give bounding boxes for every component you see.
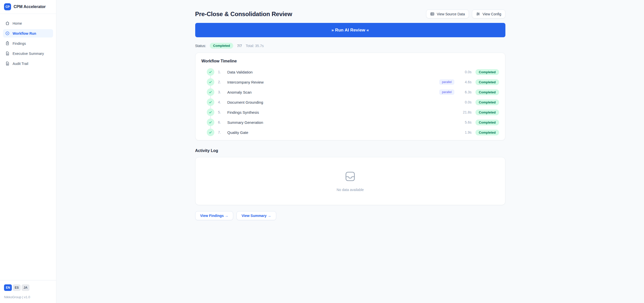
timeline-step: 3. Anomaly Scan parallel 6.3s Completed [202, 87, 499, 97]
sidebar-nav: Home Workflow Run Findings Executive Sum… [0, 14, 56, 75]
sidebar-item-label: Home [13, 21, 22, 25]
header-actions: View Source Data View Config [426, 10, 505, 18]
clipboard-check-icon [5, 41, 10, 46]
step-duration: 4.6s [458, 80, 471, 84]
timeline-step: 6. Summary Generation 5.6s Completed [202, 117, 499, 127]
lang-button-es[interactable]: ES [13, 284, 21, 291]
parallel-badge: parallel [439, 89, 455, 95]
sidebar-item-label: Audit Trail [13, 62, 28, 66]
step-name: Quality Gate [227, 130, 459, 135]
footer-actions: View Findings → View Summary → [195, 211, 505, 220]
step-status-badge: Completed [475, 99, 499, 105]
timeline-step: 1. Data Validation 0.0s Completed [202, 67, 499, 77]
sidebar-item-label: Findings [13, 42, 26, 46]
lang-button-en[interactable]: EN [4, 284, 12, 291]
app-logo: CP [4, 3, 11, 10]
step-number: 7. [218, 130, 224, 134]
page-header: Pre-Close & Consolidation Review View So… [195, 10, 505, 18]
status-badge: Completed [210, 43, 233, 49]
timeline-step: 4. Document Grounding 0.0s Completed [202, 97, 499, 107]
doc-chart-icon [5, 51, 10, 56]
sidebar-footer: ENESJA NikkoGroup | v1.0 [0, 280, 56, 303]
step-number: 2. [218, 80, 224, 84]
page-title: Pre-Close & Consolidation Review [195, 11, 292, 18]
check-icon [207, 108, 214, 116]
lang-button-ja[interactable]: JA [22, 284, 29, 291]
language-switcher: ENESJA [4, 284, 52, 291]
table-icon [430, 12, 434, 16]
view-config-button[interactable]: View Config [472, 10, 505, 18]
timeline-step: 5. Findings Synthesis 21.8s Completed [202, 107, 499, 117]
timeline-step: 7. Quality Gate 1.9s Completed [202, 127, 499, 137]
check-icon [207, 129, 214, 136]
step-name: Summary Generation [227, 120, 459, 125]
step-number: 4. [218, 100, 224, 104]
status-row: Status: Completed 7/7 Total: 35.7s [195, 43, 505, 49]
view-findings-button[interactable]: View Findings → [195, 211, 233, 220]
step-duration: 1.9s [458, 130, 471, 134]
step-status-badge: Completed [475, 130, 499, 135]
sliders-icon [476, 12, 480, 16]
inbox-icon [344, 171, 356, 183]
step-duration: 0.0s [458, 100, 471, 104]
sidebar-item-executive-summary[interactable]: Executive Summary [3, 49, 53, 58]
doc-lines-icon [5, 61, 10, 66]
content-container: Pre-Close & Consolidation Review View So… [195, 0, 505, 220]
status-progress: 7/7 [237, 44, 242, 48]
view-source-data-label: View Source Data [437, 12, 465, 16]
sidebar-item-label: Workflow Run [13, 31, 36, 35]
step-duration: 21.8s [458, 110, 471, 114]
step-name: Findings Synthesis [227, 110, 459, 115]
check-icon [207, 98, 214, 106]
check-icon [207, 88, 214, 96]
parallel-badge: parallel [439, 79, 455, 85]
status-label: Status: [195, 44, 206, 48]
app-root: CP CPM Accelerator Home Workflow Run Fin… [0, 0, 644, 303]
step-duration: 0.0s [458, 70, 471, 74]
step-name: Anomaly Scan [227, 90, 439, 94]
step-name: Data Validation [227, 70, 459, 74]
run-ai-review-button[interactable]: » Run AI Review « [195, 23, 505, 37]
check-icon [207, 78, 214, 86]
step-status-badge: Completed [475, 120, 499, 125]
check-icon [207, 119, 214, 126]
step-status-badge: Completed [475, 89, 499, 95]
step-status-badge: Completed [475, 79, 499, 85]
app-version: NikkoGroup | v1.0 [4, 295, 52, 299]
step-duration: 6.3s [458, 90, 471, 94]
sidebar-item-workflow-run[interactable]: Workflow Run [3, 29, 53, 37]
timeline-steps: 1. Data Validation 0.0s Completed 2. Int… [202, 67, 499, 137]
status-total-time: Total: 35.7s [246, 44, 264, 48]
check-icon [207, 68, 214, 76]
workflow-timeline-card: Workflow Timeline 1. Data Validation 0.0… [195, 53, 505, 140]
app-title: CPM Accelerator [14, 5, 46, 9]
empty-state: No data available [337, 171, 364, 192]
activity-log-title: Activity Log [195, 148, 505, 153]
step-name: Intercompany Review [227, 80, 439, 84]
step-number: 1. [218, 70, 224, 74]
sidebar-item-home[interactable]: Home [3, 19, 53, 27]
view-source-data-button[interactable]: View Source Data [426, 10, 469, 18]
step-status-badge: Completed [475, 109, 499, 115]
brand: CP CPM Accelerator [0, 0, 56, 14]
main-area: Pre-Close & Consolidation Review View So… [56, 0, 644, 303]
view-config-label: View Config [482, 12, 501, 16]
step-number: 3. [218, 90, 224, 94]
step-number: 6. [218, 120, 224, 124]
sidebar-item-audit-trail[interactable]: Audit Trail [3, 59, 53, 68]
play-circle-icon [5, 31, 10, 35]
empty-state-text: No data available [337, 188, 364, 192]
step-name: Document Grounding [227, 100, 459, 104]
sidebar-item-label: Executive Summary [13, 52, 44, 56]
sidebar-item-findings[interactable]: Findings [3, 39, 53, 48]
step-status-badge: Completed [475, 69, 499, 75]
home-icon [5, 21, 10, 25]
activity-log-card: No data available [195, 157, 505, 205]
view-summary-button[interactable]: View Summary → [236, 211, 276, 220]
sidebar: CP CPM Accelerator Home Workflow Run Fin… [0, 0, 56, 303]
timeline-step: 2. Intercompany Review parallel 4.6s Com… [202, 77, 499, 87]
workflow-timeline-title: Workflow Timeline [202, 59, 499, 63]
step-duration: 5.6s [458, 120, 471, 124]
step-number: 5. [218, 110, 224, 114]
